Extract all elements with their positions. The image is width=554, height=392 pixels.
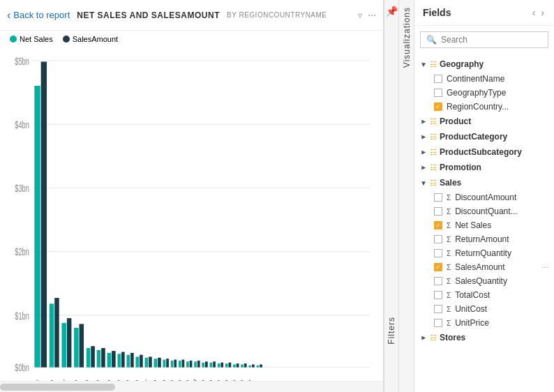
filters-pin-icon[interactable]: 📌 (383, 0, 400, 22)
fields-back-arrow[interactable]: ‹ (531, 6, 537, 20)
expand-arrow-productsubcategory: ▼ (419, 149, 427, 156)
field-item-unitprice[interactable]: Σ UnitPrice (414, 316, 554, 330)
svg-rect-55 (237, 363, 239, 368)
expand-arrow-geography: ▼ (420, 61, 427, 68)
field-item-salesquantity[interactable]: Σ SalesQuantity (414, 274, 554, 288)
checkbox-returnquantity[interactable] (434, 249, 442, 257)
svg-rect-41 (182, 360, 185, 368)
checkbox-returnamount[interactable] (434, 235, 442, 243)
field-item-salesamount[interactable]: ✓ Σ SalesAmount ⋯ (414, 260, 554, 274)
promotion-group-header[interactable]: ▼ ☷ Promotion (414, 160, 554, 175)
svg-rect-46 (202, 363, 204, 368)
legend-dot-net-sales (10, 36, 17, 43)
field-group-product: ▼ ☷ Product (414, 114, 554, 129)
svg-rect-34 (154, 359, 158, 367)
field-item-unitcost[interactable]: Σ UnitCost (414, 302, 554, 316)
sigma-returnamount: Σ (447, 236, 451, 243)
sales-group-header[interactable]: ▼ ☷ Sales (414, 175, 554, 190)
svg-rect-38 (171, 361, 174, 368)
search-icon: 🔍 (426, 35, 437, 45)
field-item-totalcost[interactable]: Σ TotalCost (414, 288, 554, 302)
svg-rect-24 (107, 353, 112, 368)
filters-label: Filters (387, 311, 396, 350)
svg-rect-14 (50, 303, 54, 367)
stores-group-header[interactable]: ▼ ☷ Stores (414, 330, 554, 345)
svg-rect-54 (233, 365, 236, 368)
checkbox-continentname[interactable] (434, 75, 442, 83)
field-group-promotion: ▼ ☷ Promotion (414, 160, 554, 175)
field-item-geographytype[interactable]: GeographyType (414, 86, 554, 100)
svg-rect-19 (80, 324, 84, 367)
svg-rect-56 (241, 365, 244, 368)
checkbox-unitcost[interactable] (434, 305, 442, 313)
field-item-returnquantity[interactable]: Σ ReturnQuantity (414, 246, 554, 260)
svg-rect-35 (158, 358, 161, 368)
visualizations-tab[interactable]: Visualizations (399, 0, 414, 392)
field-item-returnamount[interactable]: Σ ReturnAmount (414, 232, 554, 246)
fields-nav: ‹ › (531, 6, 546, 20)
checkbox-geographytype[interactable] (434, 89, 442, 97)
product-group-header[interactable]: ▼ ☷ Product (414, 114, 554, 129)
field-label-salesamount: SalesAmount (455, 262, 504, 272)
checkbox-unitprice[interactable] (434, 319, 442, 327)
legend-sales-amount: SalesAmount (63, 35, 118, 43)
fields-forward-arrow[interactable]: › (539, 6, 546, 20)
field-item-regioncountry[interactable]: ✓ RegionCountry... (414, 100, 554, 114)
sigma-totalcost: Σ (447, 292, 451, 299)
scrollbar-thumb[interactable] (0, 384, 115, 391)
search-input[interactable] (441, 35, 546, 45)
checkbox-salesquantity[interactable] (434, 277, 442, 285)
field-item-discountamount[interactable]: Σ DiscountAmount (414, 190, 554, 204)
chart-scrollbar[interactable] (0, 381, 383, 392)
search-box[interactable]: 🔍 (420, 31, 548, 48)
svg-rect-27 (121, 352, 125, 368)
svg-rect-39 (174, 360, 177, 368)
filter-icon[interactable]: ▿ (358, 10, 362, 20)
sales-table-icon: ☷ (430, 179, 437, 188)
back-to-report-button[interactable]: ‹ Back to report (7, 9, 70, 22)
sigma-unitcost: Σ (447, 306, 451, 313)
checkbox-netsales[interactable]: ✓ (434, 221, 442, 229)
sigma-unitprice: Σ (447, 319, 451, 327)
field-label-discountamount: DiscountAmount (455, 193, 516, 202)
more-icon[interactable]: ⋯ (368, 10, 376, 20)
field-label-regioncountry: RegionCountry... (447, 102, 509, 112)
field-label-discountquant: DiscountQuant... (455, 206, 517, 216)
field-label-geographytype: GeographyType (447, 88, 506, 98)
svg-rect-21 (91, 346, 95, 367)
svg-rect-36 (163, 360, 166, 368)
svg-text:$0bn: $0bn (15, 362, 29, 372)
checkbox-discountamount[interactable] (434, 193, 442, 202)
productsubcategory-group-header[interactable]: ▼ ☷ ProductSubcategory (414, 144, 554, 160)
promotion-label: Promotion (440, 163, 481, 172)
productsubcategory-table-icon: ☷ (430, 148, 437, 157)
expand-arrow-productcategory: ▼ (419, 133, 427, 140)
more-options-salesamount[interactable]: ⋯ (541, 264, 548, 271)
field-item-continentname[interactable]: ContinentName (414, 72, 554, 86)
field-label-unitcost: UnitCost (455, 304, 487, 314)
sigma-netsales: Σ (447, 222, 451, 229)
field-item-netsales[interactable]: ✓ Σ Net Sales (414, 218, 554, 232)
stores-label: Stores (440, 333, 465, 342)
chart-title: NET SALES AND SALESAMOUNT (77, 10, 220, 20)
svg-rect-43 (190, 361, 193, 368)
svg-rect-58 (248, 365, 251, 368)
svg-text:$5bn: $5bn (15, 56, 29, 66)
chart-header: ‹ Back to report NET SALES AND SALESAMOU… (0, 0, 383, 31)
stores-table-icon: ☷ (430, 333, 437, 342)
field-label-totalcost: TotalCost (455, 290, 490, 300)
svg-rect-40 (179, 361, 181, 368)
svg-rect-26 (117, 354, 121, 367)
geography-group-header[interactable]: ▼ ☷ Geography (414, 56, 554, 72)
checkbox-salesamount[interactable]: ✓ (434, 263, 442, 271)
sigma-discountquant: Σ (447, 208, 451, 216)
fields-header: Fields ‹ › (414, 0, 554, 26)
checkbox-totalcost[interactable] (434, 291, 442, 299)
svg-rect-32 (145, 358, 149, 368)
field-item-discountquant[interactable]: Σ DiscountQuant... (414, 204, 554, 218)
checkbox-discountquant[interactable] (434, 207, 442, 216)
svg-text:$2bn: $2bn (15, 246, 29, 257)
checkbox-regioncountry[interactable]: ✓ (434, 103, 442, 111)
productcategory-group-header[interactable]: ▼ ☷ ProductCategory (414, 129, 554, 144)
expand-arrow-stores: ▼ (419, 334, 427, 341)
